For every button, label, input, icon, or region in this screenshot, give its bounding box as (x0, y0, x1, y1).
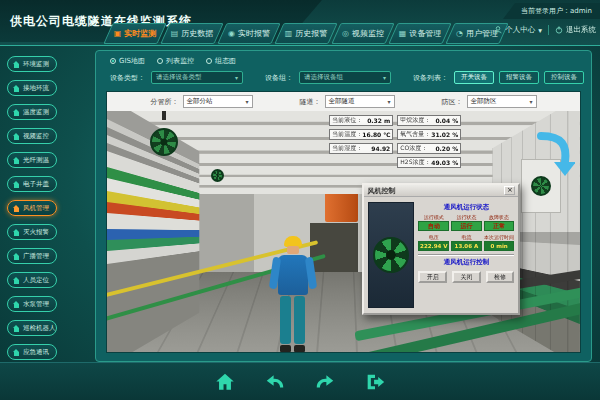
fan-metric-value-box: 13.06 A (451, 241, 482, 251)
fan-metric-fields: 电压 222.94 V 电流 13.06 A (418, 234, 514, 251)
env-reading-label: 当前温度： (332, 130, 362, 139)
view-mode-radio[interactable]: GIS地图 (110, 56, 145, 66)
nav-tab[interactable]: ▥ 历史报警 (274, 23, 337, 44)
scene-select-value: 全部隧道 (329, 97, 355, 106)
env-reading: CO浓度： 0.20 % (397, 143, 461, 154)
home-icon[interactable] (213, 370, 237, 394)
dialog-titlebar[interactable]: 风机控制 × (364, 185, 518, 197)
sidebar-item[interactable]: 应急通讯 (7, 344, 57, 360)
fan-status-label: 故障状态 (489, 214, 509, 220)
forward-icon[interactable] (313, 370, 337, 394)
sidebar-item[interactable]: 环境监测 (7, 56, 57, 72)
fan-control-button[interactable]: 关闭 (452, 271, 481, 283)
logout-menu[interactable]: 退出系统 (555, 25, 596, 35)
ceiling-fan-icon[interactable] (211, 169, 224, 182)
fan-metric-value: 222.94 V (420, 243, 447, 249)
scene-selector-label: 防区： (442, 97, 463, 107)
home-icon (13, 109, 20, 116)
sidebar-item[interactable]: 接地环流 (7, 80, 57, 96)
fan-status-value-box: 正常 (484, 221, 515, 231)
user-menu: 个人中心 ▾ 退出系统 (494, 25, 596, 35)
env-reading-value: 94.92 (371, 145, 390, 152)
fan-status-fields: 运行模式 自动 运行状态 运行 (418, 214, 514, 231)
dropdown-arrow-icon: ▾ (235, 75, 238, 81)
navigation-arrow-icon[interactable] (535, 130, 575, 176)
nav-tab[interactable]: ▣ 实时监测 (103, 23, 166, 44)
fan-control-buttons: 开启 关闭 检修 (418, 271, 514, 283)
env-reading-label: H2S浓度： (400, 158, 430, 167)
scene-selector-label: 隧道： (300, 97, 321, 107)
sidebar-item[interactable]: 水泵管理 (7, 296, 57, 312)
sidebar-item[interactable]: 光纤测温 (7, 152, 57, 168)
nav-tab[interactable]: ▤ 历史数据 (160, 23, 223, 44)
scene-select[interactable]: 全部分站 ▾ (183, 95, 253, 108)
fan-status-field: 故障状态 正常 (484, 214, 515, 231)
main-nav-tabs: ▣ 实时监测 ▤ 历史数据 ◉ 实时报警 ▥ (108, 23, 504, 44)
device-filter-button[interactable]: 报警设备 (499, 71, 539, 84)
nav-tab[interactable]: ◉ 实时报警 (217, 23, 280, 44)
tunnel-3d-view[interactable]: 当前液位： 0.32 m 当前温度： 16.80 ℃ 当前湿度： 94.92 (107, 111, 580, 352)
sidebar-item[interactable]: 电子井盖 (7, 176, 57, 192)
sidebar-item-label: 广播管理 (23, 252, 49, 261)
back-icon[interactable] (263, 370, 287, 394)
fan-control-button[interactable]: 检修 (486, 271, 515, 283)
fan-metric-label: 电压 (429, 234, 439, 240)
device-filter-button-label: 报警设备 (506, 73, 532, 81)
sidebar-item[interactable]: 广播管理 (7, 248, 57, 264)
fan-status-value: 运行 (460, 222, 472, 231)
view-mode-label: 列表监控 (166, 56, 194, 66)
env-reading-label: 氧气含量： (400, 130, 430, 139)
fan-metric-field: 电流 13.06 A (451, 234, 482, 251)
sidebar-item-label: 电子井盖 (23, 180, 49, 189)
device-filter-button[interactable]: 开关设备 (454, 71, 494, 84)
home-icon (13, 61, 20, 68)
device-group-select[interactable]: 请选择设备组 ▾ (299, 71, 391, 84)
device-buttons: 开关设备 报警设备 控制设备 (454, 71, 584, 84)
sidebar-item[interactable]: 灭火报警 (7, 224, 57, 240)
sidebar-item[interactable]: 温度监测 (7, 104, 57, 120)
sidebar-item[interactable]: 巡检机器人 (7, 320, 57, 336)
dialog-title: 风机控制 (367, 186, 395, 196)
wall-fan-icon (531, 176, 551, 196)
device-filter-row: 设备类型： 请选择设备类型 ▾ 设备组： 请选择设备组 ▾ 设备列表： 开关设备… (96, 68, 591, 88)
ceiling-fan-icon[interactable] (150, 128, 178, 156)
view-mode-radio[interactable]: 组态图 (206, 56, 236, 66)
fan-status-value-box: 自动 (418, 221, 449, 231)
user-center-menu[interactable]: 个人中心 ▾ (494, 25, 542, 35)
close-icon[interactable]: × (504, 186, 515, 195)
radio-icon (110, 58, 116, 64)
device-type-value: 请选择设备类型 (156, 73, 202, 82)
device-filter-button[interactable]: 控制设备 (544, 71, 584, 84)
view-mode-radio[interactable]: 列表监控 (157, 56, 194, 66)
nav-tab[interactable]: ▦ 设备管理 (388, 23, 451, 44)
env-column-right: 甲烷浓度： 0.04 % 氧气含量： 31.02 % CO浓度： 0.20 % (397, 115, 461, 168)
fan-metric-label: 本次运行时间 (484, 234, 514, 240)
view-mode-group: GIS地图 列表监控 组态图 (96, 51, 591, 68)
device-type-select[interactable]: 请选择设备类型 ▾ (151, 71, 243, 84)
radio-icon (206, 58, 212, 64)
environment-overlay: 当前液位： 0.32 m 当前温度： 16.80 ℃ 当前湿度： 94.92 (329, 115, 461, 168)
sidebar-item[interactable]: 风机管理 (7, 200, 57, 216)
exit-icon[interactable] (363, 370, 387, 394)
home-icon (13, 205, 20, 212)
fan-control-button[interactable]: 开启 (418, 271, 447, 283)
sidebar-item[interactable]: 视频监控 (7, 128, 57, 144)
device-group-label: 设备组： (265, 73, 293, 83)
scene-select[interactable]: 全部防区 ▾ (467, 95, 537, 108)
scene-selector-group: 分管所： 全部分站 ▾ (151, 95, 253, 108)
view-mode-label: 组态图 (215, 56, 236, 66)
env-reading-label: 当前液位： (332, 116, 362, 125)
env-reading: 氧气含量： 31.02 % (397, 129, 461, 140)
fan-metric-field: 本次运行时间 0 min (484, 234, 515, 251)
scene-select[interactable]: 全部隧道 ▾ (325, 95, 395, 108)
env-column-left: 当前液位： 0.32 m 当前温度： 16.80 ℃ 当前湿度： 94.92 (329, 115, 393, 168)
sidebar-item-label: 水泵管理 (23, 300, 49, 309)
sidebar-item[interactable]: 人员定位 (7, 272, 57, 288)
nav-tab[interactable]: ◎ 视频监控 (331, 23, 394, 44)
dropdown-arrow-icon: ▾ (387, 99, 390, 105)
home-icon (13, 253, 20, 260)
user-center-label: 个人中心 (505, 25, 535, 35)
fan-metric-label: 电流 (461, 234, 471, 240)
home-icon (13, 349, 20, 356)
fan-icon (373, 237, 409, 273)
